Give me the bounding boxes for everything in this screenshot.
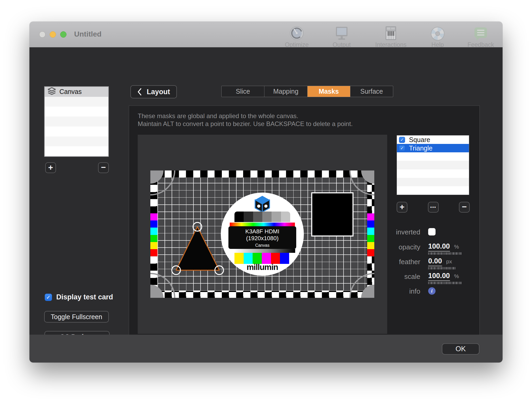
more-mask-options-button[interactable]: ••• [428,202,439,213]
app-window: Untitled Optimize [29,22,503,363]
list-row-empty [397,178,469,186]
traffic-lights [39,31,66,38]
list-row-empty [45,97,108,107]
info-icon[interactable]: i [428,287,436,295]
window-content: Canvas + − ✓ Display test card Toggle Fu… [29,47,503,335]
toggle-fullscreen-button[interactable]: Toggle Fullscreen [44,311,109,323]
inverted-row: inverted [381,227,473,237]
canvas-preview[interactable]: K3A8F HDMI (1920x1080) Canvas 1920 x 108… [138,135,387,334]
canvas-list[interactable]: Canvas [44,86,109,157]
mask-triangle-checkbox[interactable]: ✓ [399,145,405,151]
info-label: info [381,287,420,296]
canvas-list-item-label: Canvas [59,88,82,96]
ok-button[interactable]: OK [442,343,479,355]
list-row-empty [397,161,469,169]
tab-surface[interactable]: Surface [350,86,393,97]
minimize-button[interactable] [50,31,56,38]
opacity-unit: % [454,244,459,250]
scale-value[interactable]: 100.00 [428,272,450,281]
remove-canvas-button[interactable]: − [98,162,109,173]
feather-label: feather [381,257,420,267]
triangle-mask[interactable] [150,170,374,298]
feather-unit: px [446,258,452,265]
info-row: info i [381,287,473,296]
display-test-card-label: Display test card [56,293,113,301]
list-row-empty [45,117,108,127]
feather-row: feather 0.00 px [381,257,473,269]
layers-icon [47,87,56,97]
back-to-layout-button[interactable]: Layout [130,85,177,98]
mask-square-checkbox[interactable]: ✓ [399,137,405,143]
tab-masks[interactable]: Masks [308,86,350,97]
toolbar-help[interactable]: Help [418,25,457,48]
display-test-card-checkbox[interactable]: ✓ [45,294,52,301]
scale-unit: % [454,273,459,279]
mask-row-square[interactable]: ✓ Square [397,135,469,144]
mask-square-label: Square [409,136,430,144]
list-row-empty [45,137,108,147]
titlebar: Untitled Optimize [29,22,503,47]
display-test-card-row: ✓ Display test card [45,293,113,301]
bottom-bar: OK [29,335,503,363]
toolbar-output[interactable]: Output [322,25,361,48]
toolbar-feedback[interactable]: Feedback [461,25,500,48]
add-canvas-button[interactable]: + [45,162,56,173]
scale-label: scale [381,272,420,281]
opacity-label: opacity [381,242,420,252]
mask-row-triangle[interactable]: ✓ Triangle [397,144,469,152]
close-button[interactable] [39,31,45,38]
lifebuoy-icon [418,25,457,41]
inverted-checkbox[interactable] [428,228,436,235]
test-card: K3A8F HDMI (1920x1080) Canvas 1920 x 108… [150,170,374,298]
list-row-empty [45,146,108,156]
zoom-button[interactable] [60,31,66,38]
toolbar-optimize[interactable]: Optimize [277,25,316,48]
mask-list[interactable]: ✓ Square ✓ Triangle [397,135,469,195]
add-mask-button[interactable]: + [397,202,407,213]
window-title: Untitled [74,30,101,38]
list-row-empty [397,152,469,161]
feather-slider-ticks [428,267,456,269]
mask-triangle-label: Triangle [409,144,432,152]
opacity-row: opacity 100.00 % [381,242,473,255]
masks-info-text: These masks are global and applied to th… [138,112,353,128]
masks-info-line2: Maintain ALT to convert a point to bezie… [138,120,353,128]
canvas-list-item[interactable]: Canvas [45,87,108,97]
inverted-label: inverted [381,227,420,237]
scale-row: scale 100.00 % [381,272,473,284]
list-row-empty [397,186,469,195]
screenshot-stage: Untitled Optimize [0,0,532,402]
back-to-layout-label: Layout [147,88,170,96]
masks-panel: These masks are global and applied to th… [129,105,480,342]
speech-bubble-icon [461,25,500,41]
list-row-empty [397,169,469,178]
monitor-icon [322,25,361,41]
opacity-slider-ticks [428,252,461,255]
remove-mask-button[interactable]: − [459,202,470,213]
tab-mapping[interactable]: Mapping [264,86,307,97]
scale-slider-ticks [428,282,461,284]
gauge-icon [277,25,316,41]
tab-slice[interactable]: Slice [222,86,264,97]
toolbar-interactions[interactable]: Interactions [371,25,411,48]
feather-value[interactable]: 0.00 [428,257,442,266]
masks-info-line1: These masks are global and applied to th… [138,112,353,120]
chevron-left-icon [137,88,142,96]
list-row-empty [45,107,108,117]
opacity-value[interactable]: 100.00 [428,242,450,252]
mode-segmented-control: Slice Mapping Masks Surface [221,86,393,97]
list-row-empty [45,127,108,137]
midi-keyboard-icon [371,25,411,41]
